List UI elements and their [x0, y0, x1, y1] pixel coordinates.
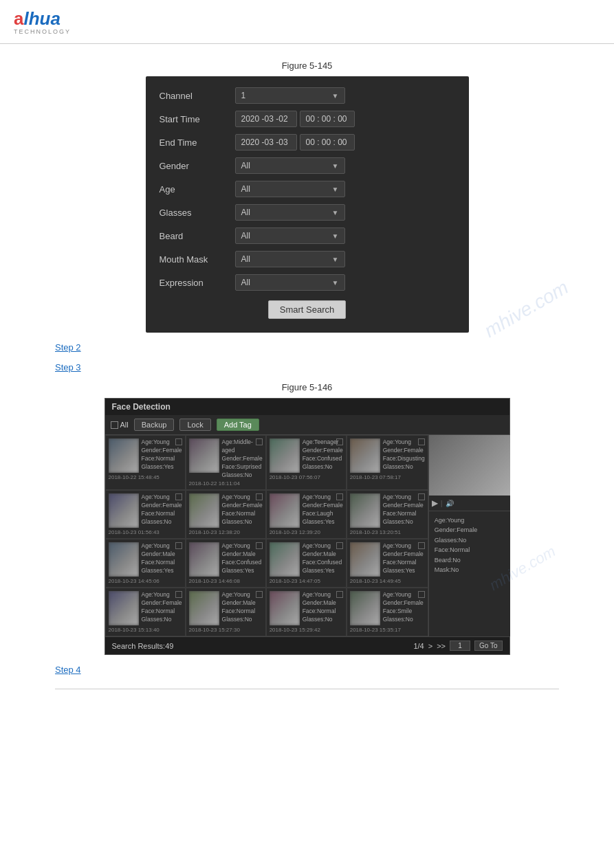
- gender-label: Gender: [160, 161, 235, 171]
- goto-button[interactable]: Go To: [474, 641, 503, 651]
- smart-search-button[interactable]: Smart Search: [268, 300, 346, 319]
- cell-checkbox[interactable]: [336, 438, 343, 445]
- cell-checkbox[interactable]: [256, 493, 263, 500]
- side-info: Age:Young Gender:Female Glasses:No Face:…: [429, 511, 510, 579]
- channel-arrow-icon: ▼: [332, 92, 339, 100]
- cell-checkbox[interactable]: [256, 591, 263, 598]
- face-cell[interactable]: Age:YoungGender:FemaleFace:NormalGlasses…: [105, 435, 186, 490]
- step3-label: Step 3: [55, 362, 586, 372]
- end-time-row: End Time: [160, 134, 455, 151]
- face-cell[interactable]: Age:YoungGender:MaleFace:NormalGlasses:Y…: [105, 539, 186, 588]
- face-thumbnail: [189, 493, 219, 528]
- main-content: mhive.com mhive.com Figure 5-145 Channel…: [0, 44, 614, 717]
- age-arrow-icon: ▼: [332, 186, 339, 193]
- face-cell[interactable]: Age:YoungGender:FemaleFace:NormalGlasses…: [105, 490, 186, 539]
- face-grid: Age:YoungGender:FemaleFace:NormalGlasses…: [105, 435, 429, 636]
- cell-checkbox[interactable]: [336, 493, 343, 500]
- face-thumbnail: [350, 542, 380, 577]
- cell-checkbox[interactable]: [175, 591, 182, 598]
- figure-146-caption: Figure 5-146: [28, 382, 586, 392]
- age-select[interactable]: All ▼: [235, 181, 345, 197]
- face-cell[interactable]: Age:TeenagerGender:FemaleFace:ConfusedGl…: [266, 435, 347, 490]
- face-cell[interactable]: Age:YoungGender:FemaleFace:LaughGlasses:…: [266, 490, 347, 539]
- cell-checkbox[interactable]: [418, 591, 425, 598]
- face-cell[interactable]: Age:YoungGender:MaleFace:NormalGlasses:N…: [266, 588, 347, 636]
- play-icon[interactable]: ▶: [432, 498, 438, 508]
- page-info: 1/4: [413, 642, 424, 650]
- glasses-select[interactable]: All ▼: [235, 204, 345, 221]
- start-time-row: Start Time: [160, 111, 455, 127]
- gender-select[interactable]: All ▼: [235, 157, 345, 174]
- watermark1: mhive.com: [481, 276, 572, 342]
- side-mask: Mask:No: [435, 565, 505, 575]
- face-cell[interactable]: Age:YoungGender:FemaleFace:NormalGlasses…: [105, 588, 186, 636]
- face-thumbnail: [109, 493, 139, 528]
- glasses-label: Glasses: [160, 208, 235, 218]
- cell-checkbox[interactable]: [336, 591, 343, 598]
- expression-label: Expression: [160, 278, 235, 288]
- cell-checkbox[interactable]: [336, 542, 343, 549]
- all-checkbox[interactable]: [111, 421, 118, 429]
- cell-checkbox[interactable]: [418, 438, 425, 445]
- face-detection-footer: Search Results:49 1/4 > >> Go To: [105, 636, 509, 654]
- cell-timestamp: 2018-10-23 01:56:43: [109, 529, 182, 535]
- side-gender: Gender:Female: [435, 525, 505, 535]
- expression-select[interactable]: All ▼: [235, 274, 345, 291]
- mouth-mask-arrow-icon: ▼: [332, 256, 339, 263]
- volume-icon[interactable]: 🔊: [446, 500, 454, 507]
- nav-next-icon[interactable]: >: [428, 642, 432, 650]
- beard-value: All: [241, 231, 250, 241]
- step4-label: Step 4: [55, 665, 586, 675]
- face-cell[interactable]: Age:YoungGender:MaleFace:NormalGlasses:N…: [186, 588, 266, 636]
- end-date-input[interactable]: [235, 134, 297, 151]
- expression-row: Expression All ▼: [160, 274, 455, 291]
- expression-arrow-icon: ▼: [332, 279, 339, 287]
- cell-checkbox[interactable]: [175, 493, 182, 500]
- glasses-row: Glasses All ▼: [160, 204, 455, 221]
- face-thumbnail: [109, 591, 139, 625]
- cell-timestamp: 2018-10-22 16:11:04: [189, 480, 263, 487]
- face-cell[interactable]: Age:YoungGender:MaleFace:ConfusedGlasses…: [186, 539, 266, 588]
- backup-button[interactable]: Backup: [134, 419, 175, 431]
- cell-checkbox[interactable]: [175, 542, 182, 549]
- mouth-mask-label: Mouth Mask: [160, 254, 235, 265]
- cell-checkbox[interactable]: [256, 542, 263, 549]
- side-beard: Beard:No: [435, 555, 505, 565]
- face-cell[interactable]: Age:YoungGender:FemaleFace:NormalGlasses…: [347, 490, 428, 539]
- start-date-input[interactable]: [235, 111, 297, 127]
- cell-checkbox[interactable]: [175, 438, 182, 445]
- face-thumbnail: [189, 542, 219, 577]
- lock-button[interactable]: Lock: [179, 419, 210, 431]
- age-value: All: [241, 184, 250, 194]
- nav-next2-icon[interactable]: >>: [437, 642, 446, 650]
- beard-row: Beard All ▼: [160, 227, 455, 244]
- cell-checkbox[interactable]: [256, 438, 263, 445]
- start-time-input[interactable]: [300, 111, 355, 127]
- face-cell[interactable]: Age:YoungGender:FemaleFace:DisgustingGla…: [347, 435, 428, 490]
- mouth-mask-select[interactable]: All ▼: [235, 251, 345, 267]
- face-cell[interactable]: Age:Middle-agedGender:FemaleFace:Surpris…: [186, 435, 266, 490]
- end-time-input[interactable]: [300, 134, 355, 151]
- face-cell[interactable]: Age:YoungGender:FemaleFace:NormalGlasses…: [347, 539, 428, 588]
- face-thumbnail: [189, 438, 219, 473]
- logo-rest: lhua: [23, 8, 60, 29]
- all-checkbox-group[interactable]: All: [111, 421, 129, 429]
- cell-timestamp: 2018-10-23 15:27:30: [189, 627, 263, 633]
- page-number-input[interactable]: [450, 641, 470, 651]
- search-panel: Channel 1 ▼ Start Time End Time Gender: [146, 76, 469, 333]
- face-thumbnail: [109, 438, 139, 473]
- add-tag-button[interactable]: Add Tag: [217, 419, 259, 431]
- cell-checkbox[interactable]: [418, 542, 425, 549]
- face-cell[interactable]: Age:YoungGender:MaleFace:ConfusedGlasses…: [266, 539, 347, 588]
- beard-select[interactable]: All ▼: [235, 227, 345, 244]
- side-glasses: Glasses:No: [435, 535, 505, 545]
- face-cell[interactable]: Age:YoungGender:FemaleFace:SmileGlasses:…: [347, 588, 428, 636]
- cell-checkbox[interactable]: [418, 493, 425, 500]
- channel-label: Channel: [160, 91, 235, 101]
- step2-label: Step 2: [55, 342, 586, 353]
- age-row: Age All ▼: [160, 181, 455, 197]
- channel-select[interactable]: 1 ▼: [235, 87, 345, 104]
- preview-thumbnail: [429, 435, 510, 496]
- face-cell[interactable]: Age:YoungGender:FemaleFace:NormalGlasses…: [186, 490, 266, 539]
- logo: alhua TECHNOLOGY: [14, 8, 71, 35]
